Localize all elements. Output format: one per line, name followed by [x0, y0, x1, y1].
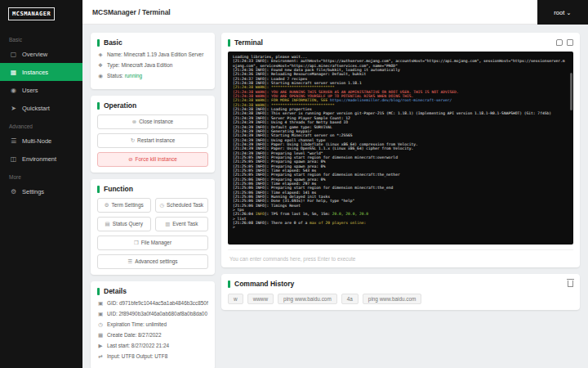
main-content: Basic ◈Name: Minecraft 1.19 Java Edition… [82, 25, 588, 368]
history-chip[interactable]: 4a [341, 294, 359, 304]
log-segment: [21:25:05 INFO]: Preparing start region … [233, 155, 398, 159]
button-label: Scheduled Task [167, 202, 203, 208]
log-segment: [21:25:06 INFO]: Running delayed init ta… [233, 195, 330, 199]
instances-icon: ▦ [10, 69, 17, 76]
log-segment: [21:24:38 INFO]: Starting minecraft serv… [233, 81, 362, 85]
details-rows: ▣GID: d971bfe9c1044ac5a1ab4846b3cc850f▣U… [97, 300, 208, 360]
log-segment: [21:24:39 INFO]: Starting Minecraft serv… [233, 133, 353, 137]
basic-card: Basic ◈Name: Minecraft 1.19 Java Edition… [91, 33, 215, 89]
quickstart-icon: ➤ [10, 105, 17, 112]
start-icon: ▶ [97, 343, 104, 349]
term-settings-icon: ⚙ [105, 202, 109, 208]
log-segment: [21:25:06 INFO]: Preparing spawn area: 0… [233, 177, 325, 182]
details-card-title: Details [97, 287, 208, 295]
sidebar-item-overview[interactable]: ▢Overview [0, 45, 82, 63]
log-segment: https://madelinemiller.dev/blog/root-min… [330, 98, 452, 102]
detail-row: ▣UID: 2f89490b3a0f46a0ab680af8a0b8da00 [97, 311, 208, 317]
log-segment: [21:24:39 INFO]: Paper: Using libdeflate… [233, 142, 418, 146]
details-card: Details ▣GID: d971bfe9c1044ac5a1ab4846b3… [91, 281, 215, 368]
terminal-lines: Loading libraries, please wait...[21:24:… [233, 55, 567, 230]
accent-bar [97, 186, 100, 193]
log-segment: INFO [256, 212, 265, 216]
detail-row: ◷Expiration Time: unlimited [97, 321, 208, 328]
history-chip[interactable]: wwww [247, 294, 274, 304]
environment-icon: ◫ [10, 155, 17, 163]
gid-icon: ▣ [97, 300, 104, 307]
sidebar-item-multi-node[interactable]: ☰Multi-Node [0, 132, 82, 150]
operation-buttons: ⊗Close instance↻Restart instance⊘Force k… [97, 114, 208, 167]
detail-row: ⇄Input: UTF8 Output: UTF8 [97, 353, 208, 360]
file-manager-icon: ❐ [134, 240, 139, 245]
sidebar-item-environment[interactable]: ◫Environment [0, 150, 82, 168]
basic-card-title: Basic [97, 38, 208, 47]
log-segment: [21:24:38 WARN]: YOU ARE RUNNING THIS SE… [233, 90, 459, 94]
basic-card-rows: ◈Name: Minecraft 1.19 Java Edition Serve… [97, 52, 208, 79]
log-segment: 20.0, 20.0, 20.0 [332, 212, 368, 216]
detail-row: ▣GID: d971bfe9c1044ac5a1ab4846b3cc850f [97, 300, 208, 307]
log-segment: [21:25:06 INFO]: Timings Reset [233, 204, 301, 208]
history-chip[interactable]: ping www.baidu.com [278, 294, 337, 304]
user-menu[interactable]: root ⌄ [537, 0, 588, 25]
log-segment: [21:24:38 WARN]: FOR MORE INFORMATION, S… [233, 98, 330, 102]
operation-card: Operation ⊗Close instance↻Restart instan… [91, 96, 215, 173]
sidebar-item-quickstart[interactable]: ➤Quickstart [0, 99, 82, 117]
terminal-scrollbar[interactable] [570, 73, 572, 110]
terminal-output[interactable]: Loading libraries, please wait...[21:24:… [228, 52, 573, 245]
force-kill-instance-button[interactable]: ⊘Force kill instance [97, 152, 208, 167]
log-segment: [21:24:38 WARN]: ***********************… [233, 85, 334, 89]
trash-icon[interactable] [568, 280, 573, 287]
advanced-settings-icon: ☰ [128, 258, 133, 264]
log-segment: [21:24:39 INFO]: Preparing level "world" [233, 151, 323, 155]
info-text: Type: Minecraft Java Edition [107, 62, 172, 69]
terminal-line: > [233, 225, 567, 229]
accent-bar [97, 288, 100, 295]
users-icon: ◉ [10, 87, 17, 94]
status-query-button[interactable]: ▤Status Query [97, 217, 151, 231]
detail-text: Input: UTF8 Output: UTF8 [107, 353, 167, 360]
info-row: ❖Type: Minecraft Java Edition [97, 62, 208, 69]
command-input[interactable]: You can enter commands here, press Enter… [228, 249, 573, 262]
breadcrumb: MCSManager / Terminal [92, 8, 171, 16]
event-task-icon: ▥ [165, 221, 170, 227]
log-segment: [21:26:08 INFO]: There are 0 of a [233, 221, 310, 225]
event-task-button[interactable]: ▥Event Task [155, 217, 209, 231]
info-row: ◉Status: running [97, 73, 208, 79]
restart-instance-button[interactable]: ↻Restart instance [97, 133, 208, 148]
sidebar-item-users[interactable]: ◉Users [0, 81, 82, 99]
scheduled-task-button[interactable]: ◷Scheduled Task [155, 198, 209, 213]
info-text: Name: Minecraft 1.19 Java Edition Server [107, 52, 203, 58]
sidebar-item-instances[interactable]: ▦Instances [0, 63, 82, 81]
log-segment: [21:24:37 INFO]: Loaded 7 recipes [233, 77, 307, 81]
history-chip[interactable]: w [228, 294, 243, 304]
button-label: Term Settings [112, 202, 144, 208]
status-icon: ◉ [97, 73, 104, 79]
log-segment: [21:24:38 WARN]: ***********************… [233, 103, 334, 107]
log-segment: max of 20 players online: [310, 221, 366, 225]
term-settings-button[interactable]: ⚙Term Settings [97, 198, 151, 213]
log-segment: [21:25:05 INFO]: Preparing start region … [233, 173, 400, 177]
button-label: Force kill instance [136, 156, 177, 162]
right-column: Terminal Loading libraries, please wait.… [221, 33, 580, 310]
sidebar-section-label: More [9, 174, 82, 180]
terminal-line: [21:24:33 INFO]: Environment: authHost="… [233, 59, 567, 68]
history-chip[interactable]: ping www.baidu.com [363, 294, 422, 304]
button-label: Advanced settings [135, 258, 177, 264]
detail-row: ▶Last start: 8/27/2022 21:24 [97, 343, 208, 349]
advanced-settings-button[interactable]: ☰Advanced settings [97, 254, 208, 269]
chat-icon[interactable] [556, 39, 563, 46]
sidebar-item-label: Settings [22, 188, 44, 195]
scheduled-task-icon: ◷ [159, 202, 164, 208]
close-instance-button[interactable]: ⊗Close instance [97, 114, 208, 129]
sidebar-section-label: Basic [9, 37, 82, 43]
expand-icon[interactable] [567, 39, 573, 46]
sidebar-item-settings[interactable]: ⚙Settings [0, 182, 82, 200]
detail-text: UID: 2f89490b3a0f46a0ab680af8a0b8da00 [107, 311, 207, 317]
info-text: Status: running [107, 73, 142, 79]
date-icon: ▦ [97, 332, 104, 339]
sidebar-item-label: Users [22, 87, 38, 94]
file-manager-button[interactable]: ❐File Manager [97, 236, 208, 250]
accent-bar [97, 39, 100, 47]
detail-text: Create Date: 8/27/2022 [107, 332, 161, 339]
log-segment: > tps [233, 208, 244, 212]
detail-text: Expiration Time: unlimited [107, 321, 167, 328]
